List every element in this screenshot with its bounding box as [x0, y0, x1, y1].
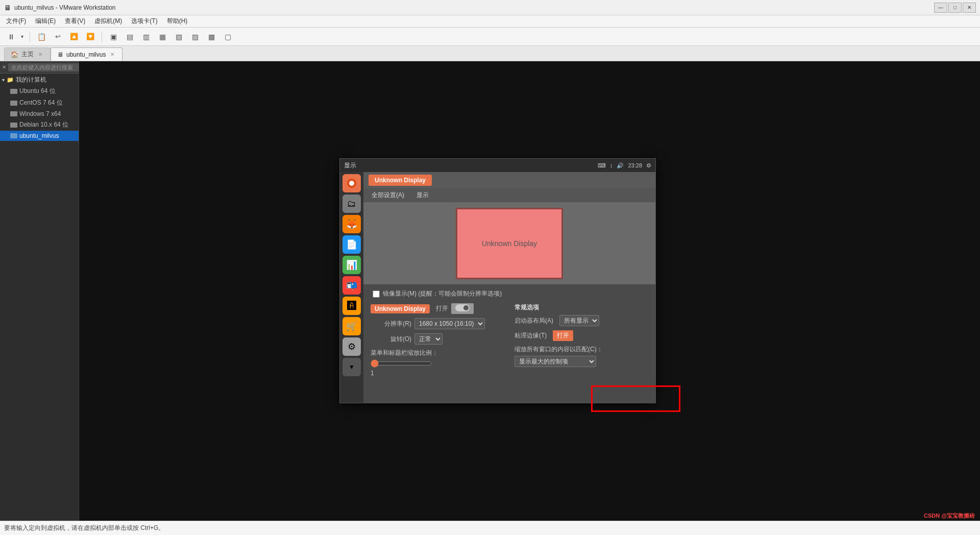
unity[interactable]: ▤ — [122, 30, 137, 44]
sticky-row: 粘滞边缘(T) 打开 — [514, 330, 648, 341]
slider-container: 1 — [371, 359, 504, 377]
dock-calc[interactable]: 📊 — [342, 256, 361, 274]
sidebar-item-centos[interactable]: CentOS 7 64 位 — [0, 97, 79, 109]
display-left-column: Unknown Display 打开 分辨率(R) — [371, 303, 504, 377]
monitor-preview-label: Unknown Display — [482, 239, 537, 248]
send-ctrl-alt-del[interactable]: 📋 — [34, 30, 48, 44]
nav-all-settings[interactable]: 全部设置(A) — [369, 189, 407, 202]
menu-edit[interactable]: 编辑(E) — [31, 16, 60, 27]
search-input[interactable] — [8, 63, 85, 71]
sound-icon: 🔊 — [617, 162, 624, 169]
view2[interactable]: ▦ — [155, 30, 169, 44]
menu-vm[interactable]: 虚拟机(M) — [90, 16, 126, 27]
vm-icon — [10, 101, 17, 106]
display-preview-area: Unknown Display — [363, 203, 655, 284]
sidebar-item-debian[interactable]: Debian 10.x 64 位 — [0, 119, 79, 131]
network-icon: ↕ — [610, 162, 613, 168]
scale-content-label: 缩放所有窗口的内容以匹配(C)： — [514, 345, 648, 354]
display-nav: 全部设置(A) 显示 — [363, 188, 655, 203]
separator-2 — [102, 32, 102, 42]
resolution-select[interactable]: 1680 x 1050 (16:10) 1920 x 1080 (16:9) 1… — [414, 318, 485, 329]
separator-1 — [30, 32, 30, 42]
mirror-row: 镜像显示(M) (提醒：可能会限制分辨率选项) — [371, 289, 648, 298]
menu-scale-row: 菜单和标题栏缩放比例： 1 — [371, 349, 504, 377]
dock-ubuntu[interactable] — [342, 174, 361, 192]
view5[interactable]: ▩ — [204, 30, 218, 44]
tab-home-icon: 🏠 — [11, 51, 18, 58]
snap[interactable]: ▢ — [220, 30, 235, 44]
sidebar-item-ubuntu64[interactable]: Ubuntu 64 位 — [0, 85, 79, 97]
sidebar-mypc-label: 我的计算机 — [16, 76, 46, 84]
sidebar-item-ubuntu-milvus[interactable]: ubuntu_milvus — [0, 131, 79, 141]
slider-row — [371, 359, 504, 368]
pause-dropdown[interactable]: ▾ — [18, 30, 26, 44]
dock-writer[interactable]: 📄 — [342, 235, 361, 254]
view4[interactable]: ▨ — [188, 30, 202, 44]
toolbar-pause-group: ⏸ ▾ — [4, 30, 26, 44]
monitor-preview-box[interactable]: Unknown Display — [456, 208, 563, 279]
menu-bar: 文件(F) 编辑(E) 查看(V) 虚拟机(M) 选项卡(T) 帮助(H) — [0, 15, 980, 28]
resolution-row: 分辨率(R) 1680 x 1050 (16:10) 1920 x 1080 (… — [371, 318, 504, 329]
menu-view[interactable]: 查看(V) — [61, 16, 89, 27]
dock-bottom[interactable]: ▼ — [342, 358, 361, 376]
svg-point-1 — [349, 181, 354, 186]
sidebar-mypc-header[interactable]: ▾ 📁 我的计算机 — [0, 75, 79, 85]
watermark: CSDN @宝宝教搬砖 — [924, 512, 975, 520]
launcher-select[interactable]: 所有显示 主显示 — [559, 315, 599, 326]
tab-home[interactable]: 🏠 主页 ✕ — [4, 47, 51, 61]
dock-impress[interactable]: 📬 — [342, 276, 361, 295]
sidebar-item-windows7[interactable]: Windows 7 x64 — [0, 109, 79, 119]
display-unknown-tab[interactable]: Unknown Display — [369, 175, 432, 186]
sidebar-close[interactable]: ✕ — [2, 64, 6, 70]
mirror-checkbox[interactable] — [373, 290, 380, 298]
tab-ubuntu-close[interactable]: ✕ — [109, 51, 116, 58]
dock-settings[interactable]: ⚙ — [342, 337, 361, 356]
vm-display-area[interactable]: 显示 ⌨ ↕ 🔊 23:28 ⚙ 🗂 🦊 📄 📊 📬 — [79, 61, 980, 521]
display-name-badge: Unknown Display — [371, 304, 430, 313]
maximize-button[interactable]: □ — [948, 3, 962, 13]
rotation-select[interactable]: 正常 90° 180° 270° — [414, 333, 443, 345]
menu-scale-label: 菜单和标题栏缩放比例： — [371, 349, 504, 357]
menu-help[interactable]: 帮助(H) — [163, 16, 192, 27]
view3[interactable]: ▧ — [172, 30, 186, 44]
scale-value: 1 — [371, 370, 504, 377]
settings-icon: ⚙ — [646, 162, 651, 169]
view1[interactable]: ▥ — [139, 30, 153, 44]
rotation-row: 旋转(O) 正常 90° 180° 270° — [371, 333, 504, 345]
ubuntu-topbar: 显示 ⌨ ↕ 🔊 23:28 ⚙ — [340, 159, 655, 172]
menu-file[interactable]: 文件(F) — [2, 16, 30, 27]
vm-icon — [10, 89, 17, 94]
ubuntu-window[interactable]: 显示 ⌨ ↕ 🔊 23:28 ⚙ 🗂 🦊 📄 📊 📬 — [339, 158, 656, 403]
revert[interactable]: ↩ — [51, 30, 65, 44]
sidebar-item-label: CentOS 7 64 位 — [19, 99, 63, 107]
pause-button[interactable]: ⏸ — [4, 30, 18, 44]
nav-display[interactable]: 显示 — [413, 189, 432, 202]
tab-ubuntu[interactable]: 🖥 ubuntu_milvus ✕ — [51, 47, 122, 61]
dock-firefox[interactable]: 🦊 — [342, 215, 361, 233]
display-right-column: 常规选项 启动器布局(A) 所有显示 主显示 — [514, 303, 648, 377]
power-up[interactable]: 🔼 — [67, 30, 81, 44]
display-settings-section: Unknown Display 打开 分辨率(R) — [371, 303, 648, 377]
tab-home-close[interactable]: ✕ — [37, 51, 44, 58]
scale-content-row: 缩放所有窗口的内容以匹配(C)： 显示最大的控制项 主显示控制项 — [514, 345, 648, 367]
scale-content-select[interactable]: 显示最大的控制项 主显示控制项 — [514, 356, 596, 367]
watermark-text: CSDN @宝宝教搬砖 — [924, 513, 975, 519]
dock-files[interactable]: 🗂 — [342, 194, 361, 213]
sidebar: ✕ ▾ ▾ 📁 我的计算机 Ubuntu 64 位 CentOS 7 64 位 … — [0, 61, 79, 521]
launcher-row: 启动器布局(A) 所有显示 主显示 — [514, 315, 648, 326]
minimize-button[interactable]: — — [934, 3, 947, 13]
sticky-label: 粘滞边缘(T) — [514, 331, 547, 340]
scale-slider[interactable] — [371, 359, 432, 368]
time-display: 23:28 — [628, 162, 642, 168]
dock-amazon[interactable]: 🛒 — [342, 317, 361, 335]
main-area: ✕ ▾ ▾ 📁 我的计算机 Ubuntu 64 位 CentOS 7 64 位 … — [0, 61, 980, 521]
launcher-label: 启动器布局(A) — [514, 317, 553, 325]
dock-text-editor[interactable]: 🅰 — [342, 297, 361, 315]
menu-tabs[interactable]: 选项卡(T) — [127, 16, 161, 27]
close-button[interactable]: ✕ — [963, 3, 976, 13]
display-name-row: Unknown Display 打开 — [371, 303, 504, 314]
fullscreen[interactable]: ▣ — [106, 30, 120, 44]
sticky-toggle-button[interactable]: 打开 — [553, 330, 573, 341]
display-toggle-button[interactable] — [451, 303, 474, 314]
power-down[interactable]: 🔽 — [83, 30, 97, 44]
